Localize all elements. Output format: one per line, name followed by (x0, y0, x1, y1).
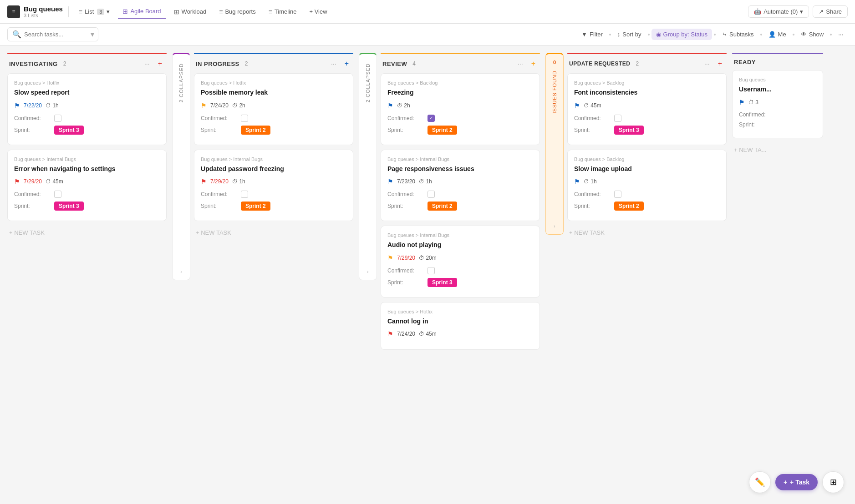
dot2 (648, 34, 650, 35)
confirmed-checkbox[interactable] (614, 191, 621, 198)
confirmed-checkbox[interactable] (241, 191, 248, 198)
search-input[interactable] (24, 31, 88, 38)
card-breadcrumb: Bug queues > Internal Bugs (387, 232, 533, 238)
sort-button[interactable]: ↕ Sort by (613, 29, 646, 40)
sprint-badge[interactable]: Sprint 2 (428, 126, 457, 135)
card-meta: ⚑ 7/24/20 ⏱ 45m (387, 330, 533, 338)
new-task-ready[interactable]: + NEW TA... (732, 143, 823, 157)
sprint-badge[interactable]: Sprint 2 (428, 202, 457, 211)
card-memory-leak[interactable]: Bug queues > Hotfix Possible memory leak… (194, 73, 353, 145)
confirmed-checkbox[interactable] (614, 115, 621, 122)
sprint-badge[interactable]: Sprint 3 (428, 278, 457, 287)
nav-agile-board[interactable]: ⊞ Agile Board (118, 5, 165, 19)
card-title: Page responsiveness issues (387, 165, 533, 174)
col-menu-in-progress[interactable]: ··· (329, 59, 338, 68)
confirmed-checkbox[interactable] (428, 267, 435, 274)
col-add-in-progress[interactable]: + (342, 59, 351, 69)
confirmed-checkbox[interactable] (241, 115, 248, 122)
card-field-sprint: Sprint: (739, 121, 816, 128)
col-title-in-progress: IN PROGRESS (196, 60, 239, 67)
card-cannot-log-in[interactable]: Bug queues > Hotfix Cannot log in ⚑ 7/24… (381, 302, 540, 350)
col-header-update-requested: UPDATE REQUESTED 2 ··· + (567, 54, 727, 73)
col-menu-review[interactable]: ··· (516, 59, 525, 68)
nav-timeline[interactable]: ≡ Timeline (264, 5, 301, 18)
card-slow-image-upload[interactable]: Bug queues > Backlog Slow image upload ⚑… (567, 150, 727, 222)
bug-reports-label: Bug reports (225, 8, 255, 15)
sprint-badge[interactable]: Sprint 2 (241, 126, 270, 135)
card-password-freezing[interactable]: Bug queues > Internal Bugs Updated passw… (194, 150, 353, 222)
col-menu-update-requested[interactable]: ··· (702, 59, 712, 68)
sprint-badge[interactable]: Sprint 2 (614, 202, 644, 211)
flag-icon: ⚑ (201, 102, 207, 109)
col-header-review: REVIEW 4 ··· + (381, 54, 540, 73)
card-page-responsiveness[interactable]: Bug queues > Internal Bugs Page responsi… (381, 150, 540, 222)
confirmed-checkbox[interactable] (54, 191, 61, 198)
col-collapsed-2[interactable]: 2 COLLAPSED › (359, 53, 377, 280)
card-breadcrumb: Bug queues > Backlog (387, 80, 533, 86)
col-count-investigating: 2 (63, 60, 66, 67)
bug-reports-icon: ≡ (219, 8, 223, 15)
sprint-badge[interactable]: Sprint 3 (614, 126, 644, 135)
flag-icon: ⚑ (201, 178, 207, 185)
card-field-confirmed: Confirmed: (574, 191, 720, 198)
search-box[interactable]: 🔍 ▾ (7, 27, 98, 41)
nav-view[interactable]: + View (305, 5, 331, 18)
col-add-update-requested[interactable]: + (715, 59, 725, 69)
col-collapsed-1[interactable]: 2 COLLAPSED › (172, 53, 190, 280)
me-button[interactable]: 👤 Me (764, 29, 791, 40)
card-field-sprint: Sprint: Sprint 2 (201, 126, 346, 135)
share-button[interactable]: ↗ Share (813, 5, 848, 18)
col-menu-investigating[interactable]: ··· (142, 59, 152, 68)
nav-bug-reports[interactable]: ≡ Bug reports (214, 5, 260, 18)
card-timer: ⏱ 1h (419, 178, 432, 185)
card-breadcrumb: Bug queues (739, 77, 816, 82)
new-task-update-requested[interactable]: + NEW TASK (567, 226, 727, 240)
col-in-progress: IN PROGRESS 2 ··· + Bug queues > Hotfix … (194, 53, 353, 240)
subtasks-button[interactable]: ⤷ Subtasks (718, 29, 758, 40)
col-header-investigating: INVESTIGATING 2 ··· + (7, 54, 167, 73)
card-slow-speed[interactable]: Bug queues > Hotfix Slow speed report ⚑ … (7, 73, 167, 145)
sprint-label: Sprint: (387, 279, 424, 286)
add-task-button[interactable]: + + Task (775, 474, 818, 490)
card-font-inconsistencies[interactable]: Bug queues > Backlog Font inconsistencie… (567, 73, 727, 145)
new-task-in-progress[interactable]: + NEW TASK (194, 226, 353, 240)
card-meta: ⚑ 7/24/20 ⏱ 2h (201, 102, 346, 109)
card-audio-not-playing[interactable]: Bug queues > Internal Bugs Audio not pla… (381, 226, 540, 297)
card-meta: ⚑ 7/23/20 ⏱ 1h (387, 178, 533, 185)
more-button[interactable]: ··· (834, 29, 848, 40)
new-task-investigating[interactable]: + NEW TASK (7, 226, 167, 240)
card-username[interactable]: Bug queues Usernam... ⚑ ⏱ 3 Confirmed: S… (732, 70, 823, 138)
card-breadcrumb: Bug queues > Internal Bugs (387, 156, 533, 162)
edit-float-button[interactable]: ✏️ (749, 471, 771, 493)
card-field-confirmed: Confirmed: (387, 267, 533, 274)
automate-button[interactable]: 🤖 Automate (0) ▾ (748, 5, 809, 18)
nav-workload[interactable]: ⊞ Workload (169, 5, 211, 18)
confirmed-checkbox[interactable] (54, 115, 61, 122)
card-field-sprint: Sprint: Sprint 3 (14, 126, 160, 135)
grid-float-button[interactable]: ⊞ (822, 471, 844, 493)
card-field-sprint: Sprint: Sprint 2 (574, 202, 720, 211)
card-field-sprint: Sprint: Sprint 2 (387, 126, 533, 135)
confirmed-checkbox[interactable] (428, 191, 435, 198)
workload-label: Workload (182, 8, 207, 15)
col-add-investigating[interactable]: + (155, 59, 165, 69)
filter-button[interactable]: ▼ Filter (577, 29, 607, 40)
card-field-sprint: Sprint: Sprint 2 (387, 202, 533, 211)
card-error-navigating[interactable]: Bug queues > Internal Bugs Error when na… (7, 150, 167, 222)
col-collapsed-issues[interactable]: 0 ISSUES FOUND › (545, 53, 564, 235)
sprint-badge[interactable]: Sprint 3 (54, 202, 84, 211)
flag-icon: ⚑ (387, 102, 393, 109)
show-button[interactable]: 👁 Show (796, 29, 829, 40)
field-label: Confirmed: (387, 115, 424, 121)
confirmed-checkbox[interactable]: ✓ (428, 115, 435, 122)
sprint-badge[interactable]: Sprint 3 (54, 126, 84, 135)
collapsed-text-issues: ISSUES FOUND (552, 71, 557, 114)
collapsed-text-1: 2 COLLAPSED (178, 63, 184, 102)
sprint-badge[interactable]: Sprint 2 (241, 202, 270, 211)
nav-list[interactable]: ≡ List 3 ▾ (74, 5, 115, 18)
card-freezing[interactable]: Bug queues > Backlog Freezing ⚑ ⏱ 2h Con… (381, 73, 540, 145)
col-add-review[interactable]: + (529, 59, 538, 69)
group-button[interactable]: ◉ Group by: Status (651, 29, 712, 40)
card-title: Possible memory leak (201, 88, 346, 97)
card-breadcrumb: Bug queues > Hotfix (387, 309, 533, 314)
